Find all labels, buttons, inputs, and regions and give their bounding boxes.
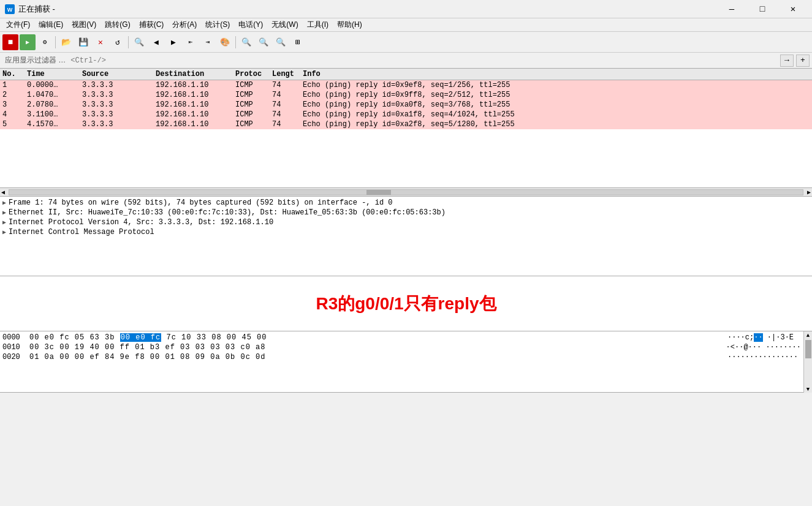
cell-protocol: ICMP [233,120,270,129]
detail-text: Ethernet II, Src: HuaweiTe_7c:10:33 (00:… [9,208,446,217]
hex-dump: 0000 00 e0 fc 05 63 3b 00 e0 fc 7c 10 33… [0,331,803,393]
cell-source: 3.3.3.3 [80,91,153,99]
detail-row[interactable]: ▶ Internet Protocol Version 4, Src: 3.3.… [2,217,810,227]
filter-arrow-button[interactable]: → [780,55,794,67]
cell-info: Echo (ping) reply id=0xa0f8, seq=3/768, … [300,100,812,109]
next-button[interactable]: ▶ [165,34,181,50]
zoom-reset-button[interactable]: 🔍 [273,34,289,50]
table-row[interactable]: 4 3.1100… 3.3.3.3 192.168.1.10 ICMP 74 E… [0,110,812,119]
prev-button[interactable]: ◀ [148,34,164,50]
hex-ascii: ················ [727,353,801,361]
filter-add-button[interactable]: + [796,55,810,67]
hscroll-track[interactable] [9,189,803,195]
detail-text: Frame 1: 74 bytes on wire (592 bits), 74… [9,198,393,207]
cell-time: 1.0470… [25,91,80,99]
go-first-button[interactable]: ⇤ [183,34,199,50]
menu-item-H[interactable]: 帮助(H) [333,18,366,31]
filter-bar: 应用显示过滤器 … → + [0,53,812,69]
svg-text:W: W [7,7,13,13]
cell-protocol: ICMP [233,100,270,109]
table-row[interactable]: 5 4.1570… 3.3.3.3 192.168.1.10 ICMP 74 E… [0,119,812,129]
cell-destination: 192.168.1.10 [153,100,233,109]
menu-item-E[interactable]: 编辑(E) [35,18,67,31]
resize-columns-button[interactable]: ⊞ [290,34,306,50]
menu-item-Y[interactable]: 电话(Y) [235,18,267,31]
hex-bytes: 01 0a 00 00 ef 84 9e f8 00 01 08 09 0a 0… [29,353,723,361]
find-button[interactable]: 🔍 [131,34,147,50]
detail-row[interactable]: ▶ Internet Control Message Protocol [2,227,810,237]
cell-info: Echo (ping) reply id=0xa2f8, seq=5/1280,… [300,120,812,129]
menu-item-A[interactable]: 分析(A) [169,18,200,31]
cell-length: 74 [270,91,300,99]
hex-offset: 0000 [2,333,27,342]
cell-source: 3.3.3.3 [80,120,153,129]
cell-no: 4 [0,110,25,119]
detail-row[interactable]: ▶ Frame 1: 74 bytes on wire (592 bits), … [2,198,810,208]
packet-rows: 1 0.0000… 3.3.3.3 192.168.1.10 ICMP 74 E… [0,80,812,129]
hex-scroll-up-button[interactable]: ▲ [806,333,810,339]
close-file-button[interactable]: ✕ [93,34,108,50]
cell-time: 2.0780… [25,100,80,109]
hex-scroll-thumb[interactable] [805,340,811,358]
cell-destination: 192.168.1.10 [153,81,233,89]
cell-length: 74 [270,120,300,129]
menu-item-F[interactable]: 文件(F) [2,18,34,31]
horizontal-scrollbar[interactable]: ◀ ▶ [0,188,812,197]
go-last-button[interactable]: ⇥ [200,34,216,50]
cell-time: 4.1570… [25,120,80,129]
menu-item-C[interactable]: 捕获(C) [135,18,168,31]
hex-vscroll[interactable]: ▲ ▼ [803,331,812,393]
minimize-button[interactable]: — [718,0,746,18]
menu-item-G[interactable]: 跳转(G) [101,18,134,31]
cell-destination: 192.168.1.10 [153,120,233,129]
cell-time: 3.1100… [25,110,80,119]
hex-area-wrapper: 0000 00 e0 fc 05 63 3b 00 e0 fc 7c 10 33… [0,331,812,393]
cell-length: 74 [270,110,300,119]
detail-row[interactable]: ▶ Ethernet II, Src: HuaweiTe_7c:10:33 (0… [2,208,810,217]
filter-input[interactable] [70,55,778,67]
packet-list-header: No. Time Source Destination Protoc Lengt… [0,69,812,80]
toolbar-sep2 [128,36,129,48]
cell-info: Echo (ping) reply id=0x9ef8, seq=1/256, … [300,81,812,89]
menu-item-S[interactable]: 统计(S) [202,18,233,31]
cell-no: 1 [0,81,25,89]
cell-no: 3 [0,100,25,109]
menu-item-V[interactable]: 视图(V) [68,18,100,31]
hscroll-thumb[interactable] [366,190,391,195]
menu-item-W[interactable]: 无线(W) [268,18,302,31]
table-row[interactable]: 2 1.0470… 3.3.3.3 192.168.1.10 ICMP 74 E… [0,90,812,100]
detail-text: Internet Protocol Version 4, Src: 3.3.3.… [9,218,273,227]
close-button[interactable]: ✕ [779,0,807,18]
hscroll-left-button[interactable]: ◀ [0,189,6,196]
colorize-button[interactable]: 🎨 [217,34,233,50]
zoom-out-button[interactable]: 🔍 [256,34,271,50]
menu-item-I[interactable]: 工具(I) [303,18,332,31]
hex-bytes: 00 e0 fc 05 63 3b 00 e0 fc 7c 10 33 08 0… [29,333,723,342]
hex-offset: 0010 [2,343,27,352]
header-length: Lengt [270,70,300,78]
header-protocol: Protoc [233,70,270,78]
header-no: No. [0,70,25,78]
options-button[interactable]: ⚙ [37,34,53,50]
expand-arrow-icon: ▶ [2,209,6,216]
table-row[interactable]: 3 2.0780… 3.3.3.3 192.168.1.10 ICMP 74 E… [0,100,812,110]
cell-no: 2 [0,91,25,99]
hex-scroll-down-button[interactable]: ▼ [806,387,810,393]
start-capture-button[interactable]: ▶ [20,34,36,50]
maximize-button[interactable]: □ [748,0,776,18]
title-text: 正在捕获 - [18,4,55,15]
stop-capture-button[interactable]: ■ [2,34,18,50]
expand-arrow-icon: ▶ [2,228,6,236]
reload-button[interactable]: ↺ [110,34,126,50]
packet-list[interactable]: No. Time Source Destination Protoc Lengt… [0,69,812,188]
save-button[interactable]: 💾 [75,34,91,50]
filter-label: 应用显示过滤器 … [2,55,68,66]
hex-row: 0020 01 0a 00 00 ef 84 9e f8 00 01 08 09… [2,352,801,362]
hex-highlighted-bytes: 00 e0 fc [120,333,162,342]
hscroll-right-button[interactable]: ▶ [806,189,812,196]
table-row[interactable]: 1 0.0000… 3.3.3.3 192.168.1.10 ICMP 74 E… [0,80,812,90]
open-button[interactable]: 📂 [58,34,74,50]
annotation-text: R3的g0/0/1只有reply包 [316,292,496,315]
zoom-in-button[interactable]: 🔍 [238,34,254,50]
cell-destination: 192.168.1.10 [153,91,233,99]
